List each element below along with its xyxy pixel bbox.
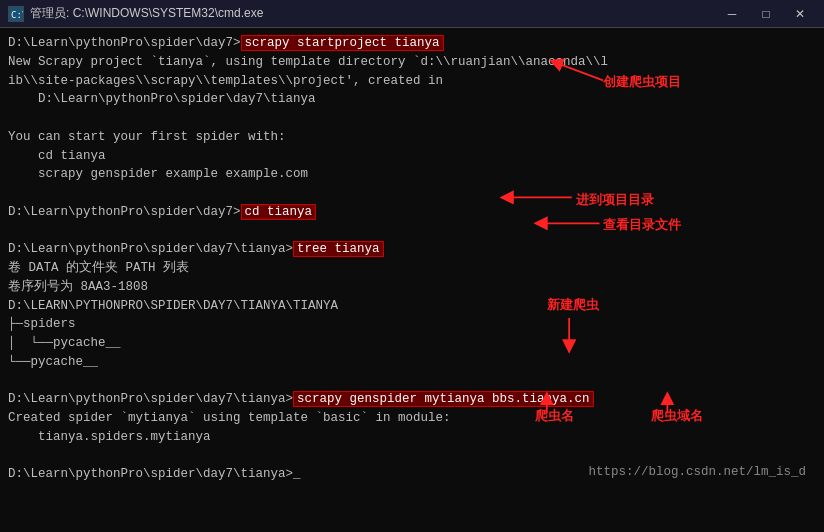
terminal-line-10: D:\Learn\pythonPro\spider\day7>cd tianya [8,203,816,222]
terminal-line-7: cd tianya [8,147,816,166]
terminal-line-6: You can start your first spider with: [8,128,816,147]
title-bar: C:\ 管理员: C:\WINDOWS\SYSTEM32\cmd.exe ─ □… [0,0,824,28]
svg-text:C:\: C:\ [11,10,23,20]
terminal-line-11 [8,222,816,241]
terminal-line-8: scrapy genspider example example.com [8,165,816,184]
terminal-line-21: Created spider `mytianya` using template… [8,409,816,428]
window-title: 管理员: C:\WINDOWS\SYSTEM32\cmd.exe [30,5,263,22]
minimize-button[interactable]: ─ [716,4,748,24]
terminal-line-18: └──pycache__ [8,353,816,372]
terminal-line-3: ib\\site-packages\\scrapy\\templates\\pr… [8,72,816,91]
terminal-line-2: New Scrapy project `tianya`, using templ… [8,53,816,72]
prompt-1: D:\Learn\pythonPro\spider\day7> [8,36,241,50]
terminal-content: D:\Learn\pythonPro\spider\day7>scrapy st… [8,34,816,484]
terminal-line-16: ├─spiders [8,315,816,334]
title-bar-left: C:\ 管理员: C:\WINDOWS\SYSTEM32\cmd.exe [8,5,263,22]
terminal-line-4: D:\Learn\pythonPro\spider\day7\tianya [8,90,816,109]
terminal-line-5 [8,109,816,128]
cmd-1: scrapy startproject tianya [241,35,444,51]
terminal-line-12: D:\Learn\pythonPro\spider\day7\tianya>tr… [8,240,816,259]
close-button[interactable]: ✕ [784,4,816,24]
cmd-4: scrapy genspider mytianya bbs.tianya.cn [293,391,594,407]
cmd-icon: C:\ [8,6,24,22]
terminal-window: D:\Learn\pythonPro\spider\day7>scrapy st… [0,28,824,532]
terminal-line-22: tianya.spiders.mytianya [8,428,816,447]
window-controls: ─ □ ✕ [716,4,816,24]
terminal-line-9 [8,184,816,203]
terminal-line-25: https://blog.csdn.net/lm_is_d [588,463,806,482]
terminal-line-17: │ └──pycache__ [8,334,816,353]
terminal-line-14: 卷序列号为 8AA3-1808 [8,278,816,297]
terminal-line-15: D:\LEARN\PYTHONPRO\SPIDER\DAY7\TIANYA\TI… [8,297,816,316]
terminal-line-20: D:\Learn\pythonPro\spider\day7\tianya>sc… [8,390,816,409]
maximize-button[interactable]: □ [750,4,782,24]
cmd-2: cd tianya [241,204,317,220]
terminal-line-19 [8,372,816,391]
cmd-3: tree tianya [293,241,384,257]
terminal-line-1: D:\Learn\pythonPro\spider\day7>scrapy st… [8,34,816,53]
terminal-line-13: 卷 DATA 的文件夹 PATH 列表 [8,259,816,278]
